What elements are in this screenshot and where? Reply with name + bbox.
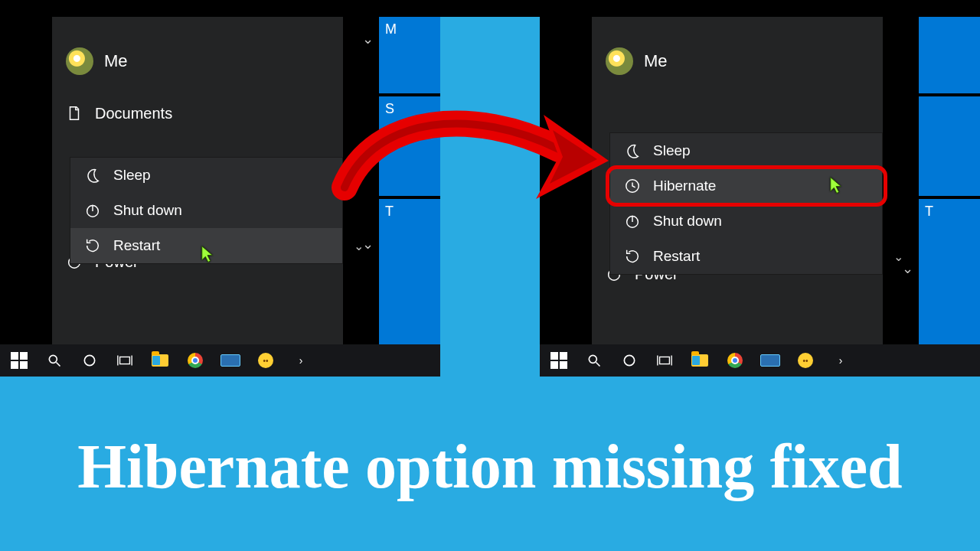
power-icon	[624, 213, 641, 230]
taskbar: •• ›	[540, 344, 980, 377]
live-tile[interactable]	[919, 17, 980, 93]
power-menu: Sleep Shut down Restart ⌄	[70, 158, 342, 263]
taskbar-taskview[interactable]	[109, 344, 141, 377]
taskbar-taskview[interactable]	[648, 344, 681, 377]
stage: ⌄M S ⌄T Me Documents Power Sleep	[0, 0, 980, 551]
taskbar-chrome[interactable]	[719, 344, 751, 377]
svg-point-6	[84, 355, 94, 365]
live-tile[interactable]: ⌄T	[379, 199, 440, 346]
letterbox-top	[0, 0, 980, 17]
keyboard-icon	[760, 354, 780, 367]
avatar-icon	[66, 47, 93, 75]
moon-icon	[84, 167, 101, 184]
svg-point-15	[589, 355, 596, 363]
taskview-icon	[656, 353, 673, 368]
user-account[interactable]: Me	[52, 17, 343, 83]
windows-logo-icon	[550, 352, 567, 369]
chevron-right-icon: ›	[839, 354, 843, 367]
taskbar-app[interactable]: ••	[250, 344, 282, 377]
taskview-icon	[116, 353, 133, 368]
start-button[interactable]	[543, 344, 575, 377]
taskbar-search[interactable]	[578, 344, 610, 377]
panel-before: ⌄M S ⌄T Me Documents Power Sleep	[0, 17, 440, 377]
search-icon	[47, 353, 62, 368]
power-icon	[84, 202, 101, 219]
taskbar-cortana[interactable]	[74, 344, 106, 377]
taskbar-keyboard[interactable]	[754, 344, 786, 377]
circle-icon	[622, 353, 637, 368]
taskbar-more[interactable]: ›	[285, 344, 317, 377]
search-icon	[586, 353, 602, 368]
svg-line-16	[596, 363, 600, 367]
windows-logo-icon	[11, 352, 28, 369]
clock-icon	[624, 178, 641, 194]
power-menu-shutdown[interactable]: Shut down	[70, 193, 342, 228]
folder-icon	[691, 354, 708, 367]
power-menu-hibernate[interactable]: Hibernate	[610, 168, 882, 204]
face-icon: ••	[798, 353, 813, 368]
caption-text: Hibernate option missing fixed	[0, 383, 980, 551]
power-menu-sleep[interactable]: Sleep	[70, 158, 342, 193]
start-button[interactable]	[3, 344, 35, 377]
svg-point-4	[49, 355, 57, 363]
circle-icon	[82, 353, 97, 368]
taskbar-cortana[interactable]	[613, 344, 645, 377]
taskbar-explorer[interactable]	[144, 344, 176, 377]
taskbar-keyboard[interactable]	[214, 344, 247, 377]
chevron-down-icon: ⌄	[893, 249, 903, 264]
restart-icon	[84, 237, 101, 254]
power-menu-sleep[interactable]: Sleep	[610, 133, 882, 168]
svg-point-17	[624, 355, 634, 365]
live-tile[interactable]: ⌄T	[919, 199, 980, 346]
face-icon: ••	[258, 353, 273, 368]
live-tile[interactable]: S	[379, 96, 440, 196]
panel-after: ⌄T Me Power Sleep Hibernate	[540, 17, 980, 377]
power-menu: Sleep Hibernate Shut down Restart ⌄	[610, 133, 882, 274]
document-icon	[66, 105, 83, 122]
svg-line-5	[57, 363, 60, 367]
svg-rect-18	[660, 357, 670, 364]
user-name: Me	[644, 51, 668, 71]
taskbar-explorer[interactable]	[684, 344, 716, 377]
chrome-icon	[188, 353, 203, 368]
live-tile[interactable]	[919, 96, 980, 196]
chevron-right-icon: ›	[299, 354, 303, 367]
restart-icon	[624, 248, 641, 265]
chrome-icon	[727, 353, 743, 368]
chevron-down-icon: ⌄	[354, 239, 364, 253]
user-name: Me	[104, 51, 128, 71]
live-tile[interactable]: ⌄M	[379, 17, 440, 93]
taskbar-app[interactable]: ••	[789, 344, 822, 377]
moon-icon	[624, 142, 641, 159]
user-account[interactable]: Me	[592, 17, 883, 83]
power-menu-shutdown[interactable]: Shut down	[610, 204, 882, 239]
keyboard-icon	[220, 354, 240, 367]
avatar-icon	[606, 47, 633, 75]
taskbar: •• ›	[0, 344, 440, 377]
folder-icon	[152, 354, 168, 367]
svg-rect-7	[120, 357, 130, 364]
taskbar-search[interactable]	[38, 344, 70, 377]
power-menu-restart[interactable]: Restart ⌄	[70, 228, 342, 263]
power-menu-restart[interactable]: Restart ⌄	[610, 239, 882, 274]
taskbar-chrome[interactable]	[179, 344, 211, 377]
sidebar-item-documents[interactable]: Documents	[52, 96, 343, 130]
taskbar-more[interactable]: ›	[825, 344, 857, 377]
